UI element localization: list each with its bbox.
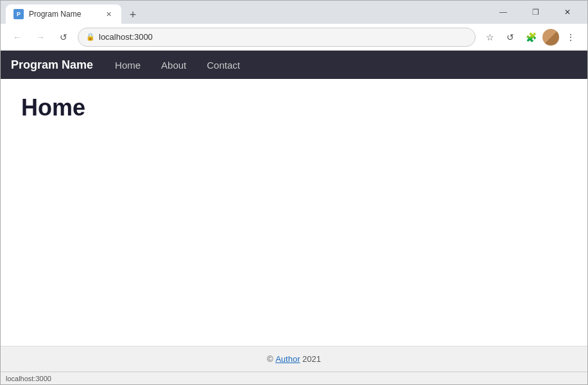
url-text: localhost:3000 <box>99 32 467 42</box>
nav-link-home[interactable]: Home <box>111 57 144 73</box>
restore-button[interactable]: ❐ <box>521 3 550 21</box>
app-brand: Program Name <box>11 58 93 72</box>
page-footer: © Author 2021 <box>1 346 587 372</box>
page-body: Home <box>1 79 587 346</box>
tab-favicon: P <box>13 9 24 19</box>
new-tab-button[interactable]: + <box>124 6 142 24</box>
status-bar: localhost:3000 <box>1 372 587 384</box>
close-window-button[interactable]: ✕ <box>553 3 582 21</box>
avatar[interactable] <box>542 29 559 46</box>
nav-link-contact[interactable]: Contact <box>203 57 244 73</box>
footer-year: 2021 <box>302 354 321 364</box>
bookmark-button[interactable]: ☆ <box>481 28 499 46</box>
page-heading: Home <box>21 94 567 121</box>
url-box[interactable]: 🔒 localhost:3000 <box>78 28 476 47</box>
page-area: Program Name Home About Contact Home © A… <box>1 51 587 372</box>
tab-strip: P Program Name ✕ + <box>6 1 489 24</box>
title-bar: P Program Name ✕ + — ❐ ✕ <box>1 1 587 24</box>
toolbar-icons: ☆ ↺ 🧩 ⋮ <box>481 28 580 46</box>
active-tab[interactable]: P Program Name ✕ <box>6 4 121 24</box>
lock-icon: 🔒 <box>86 33 95 41</box>
minimize-button[interactable]: — <box>489 3 518 21</box>
browser-window: P Program Name ✕ + — ❐ ✕ ← → ↺ 🔒 localho… <box>0 0 588 385</box>
reload-icon-btn[interactable]: ↺ <box>501 28 519 46</box>
status-text: localhost:3000 <box>6 375 51 382</box>
reload-button[interactable]: ↺ <box>55 28 73 46</box>
nav-link-about[interactable]: About <box>157 57 190 73</box>
address-bar: ← → ↺ 🔒 localhost:3000 ☆ ↺ 🧩 ⋮ <box>1 24 587 51</box>
footer-copyright: © <box>267 354 273 364</box>
app-navbar: Program Name Home About Contact <box>1 51 587 79</box>
tab-title: Program Name <box>29 10 98 19</box>
footer-author-link[interactable]: Author <box>275 354 300 364</box>
forward-button[interactable]: → <box>31 28 49 46</box>
extensions-button[interactable]: 🧩 <box>522 28 540 46</box>
back-button[interactable]: ← <box>8 28 26 46</box>
window-controls: — ❐ ✕ <box>489 3 582 21</box>
tab-close-button[interactable]: ✕ <box>103 9 114 19</box>
menu-button[interactable]: ⋮ <box>562 28 580 46</box>
